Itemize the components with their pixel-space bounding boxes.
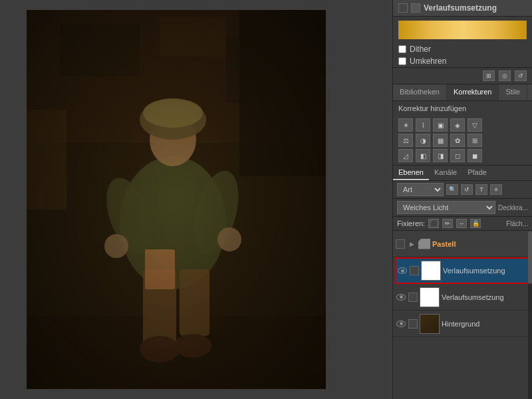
layer-vis-checkbox-pastell[interactable] [396,239,405,249]
layer-item-verlauf2[interactable]: Verlaufsumsetzung ☞ [393,284,532,311]
layers-list: ▶ Pastell Verlaufsumsetzung Verlaufsumse… [393,231,532,399]
svg-rect-23 [27,10,326,389]
corr-gradient[interactable]: ◿ [398,149,413,162]
tab-bibliotheken[interactable]: Bibliotheken [393,84,447,100]
layer-vis-hintergrund[interactable] [396,319,406,329]
layer-item-hintergrund[interactable]: Hintergrund [393,311,532,337]
panel-header: Verlaufsumsetzung [393,0,532,17]
korrekturen-tab-bar: Bibliotheken Korrekturen Stile [393,84,532,101]
icon-row-1: ☀ ⌇ ▣ ◈ ▽ [398,118,527,132]
dither-label: Dither [410,45,431,54]
panel-icon [411,3,420,13]
layer-more-icon[interactable]: ≡ [490,184,502,195]
blend-mode-select[interactable]: Weiches Licht [397,201,495,214]
layers-controls: Art 🔍 ↺ T ≡ [393,181,532,199]
icon-row-2: ⚖ ◑ ▦ ✿ ⊞ [398,134,527,147]
tab-stile[interactable]: Stile [499,84,527,100]
layer-refresh-icon[interactable]: ↺ [461,184,473,195]
fixieren-label: Fixieren: [397,219,425,227]
layer-thumb-verlauf1 [421,261,441,281]
layer-vis-verlauf2[interactable] [396,292,406,303]
corr-colorbalance[interactable]: ◑ [416,134,430,147]
fix-row: Fixieren: ⬛ ✏ ↔ 🔒 Fläch... [393,217,532,231]
corr-channelmixer[interactable]: ⊞ [467,134,482,147]
layer-vis-verlauf1[interactable] [397,265,408,276]
scrollbar-track[interactable] [528,231,532,399]
toolbar-icon-3[interactable]: ↺ [515,70,527,81]
layer-thumb-verlauf2 [420,287,440,307]
layer-item-verlauf1[interactable]: Verlaufsumsetzung [394,257,531,284]
correction-icons: ☀ ⌇ ▣ ◈ ▽ ⚖ ◑ ▦ ✿ ⊞ ◿ ◧ ◨ ◻ ◼ [393,116,532,165]
right-panel: Verlaufsumsetzung Dither Umkehren ⊞ ◎ ↺ … [392,0,532,399]
dither-checkbox[interactable] [398,45,406,53]
blend-row: Weiches Licht Deckkra... [393,199,532,217]
corr-posterize[interactable]: ◻ [450,149,465,162]
umkehren-label: Umkehren [410,57,446,66]
corr-photo[interactable]: ✿ [450,134,465,147]
dither-row[interactable]: Dither [393,43,532,55]
layer-name-verlauf2: Verlaufsumsetzung [442,293,529,301]
fix-icon-1[interactable]: ⬛ [428,219,439,228]
photo-svg [27,10,326,389]
corr-threshold[interactable]: ◨ [433,149,448,162]
properties-panel: Verlaufsumsetzung Dither Umkehren [393,0,532,68]
photo-container [27,10,326,389]
tab-pfade[interactable]: Pfade [462,166,492,180]
layers-tab-bar: Ebenen Kanäle Pfade [393,165,532,181]
layer-expand-pastell[interactable]: ▶ [407,239,416,249]
layer-thumb-hintergrund [420,314,440,334]
layer-text-icon[interactable]: T [475,184,487,195]
fix-icon-4[interactable]: 🔒 [470,219,481,228]
layer-checkbox-verlauf1[interactable] [410,266,419,275]
tab-korrekturen[interactable]: Korrekturen [447,84,499,100]
corr-exposure[interactable]: ▣ [433,118,448,132]
corr-selective[interactable]: ◧ [416,149,430,162]
corr-vibrance[interactable]: ◈ [450,118,465,132]
tab-kanaele[interactable]: Kanäle [429,166,462,180]
layer-checkbox-verlauf2[interactable] [408,293,418,302]
toolbar-icon-1[interactable]: ⊞ [483,70,495,81]
group-folder-pastell [418,239,430,249]
korrektur-label: Korrektur hinzufügen [393,101,532,116]
toolbar-icon-2[interactable]: ◎ [499,70,511,81]
layer-checkbox-hintergrund[interactable] [408,319,418,329]
corr-blackwhite[interactable]: ▦ [433,134,448,147]
canvas-area [0,0,392,399]
icon-row-3: ◿ ◧ ◨ ◻ ◼ [398,149,527,162]
gradient-preview[interactable] [398,21,527,39]
fix-icon-3[interactable]: ↔ [456,219,467,228]
tab-ebenen[interactable]: Ebenen [393,166,429,180]
umkehren-row[interactable]: Umkehren [393,55,532,67]
corr-brightness[interactable]: ☀ [398,118,413,132]
toolbar-row: ⊞ ◎ ↺ [393,68,532,84]
layer-name-pastell: Pastell [432,240,456,248]
layer-name-hintergrund: Hintergrund [442,320,529,328]
deckkraft-label: Deckkra... [498,204,528,211]
layer-name-verlauf1: Verlaufsumsetzung [443,267,528,275]
corr-curves[interactable]: ⌇ [416,118,430,132]
corr-invert[interactable]: ◼ [467,149,482,162]
layer-search-icon[interactable]: 🔍 [446,184,458,195]
layer-item-pastell[interactable]: ▶ Pastell [393,231,532,257]
panel-checkbox[interactable] [398,3,408,13]
flaeche-label: Fläch... [506,220,528,227]
corr-levels[interactable]: ⚖ [398,134,413,147]
corr-hsl[interactable]: ▽ [467,118,482,132]
umkehren-checkbox[interactable] [398,57,406,65]
art-select[interactable]: Art [397,183,444,196]
scrollbar-thumb[interactable] [528,231,532,284]
panel-title: Verlaufsumsetzung [424,3,497,13]
photo-background [27,10,326,389]
fix-icon-2[interactable]: ✏ [442,219,453,228]
